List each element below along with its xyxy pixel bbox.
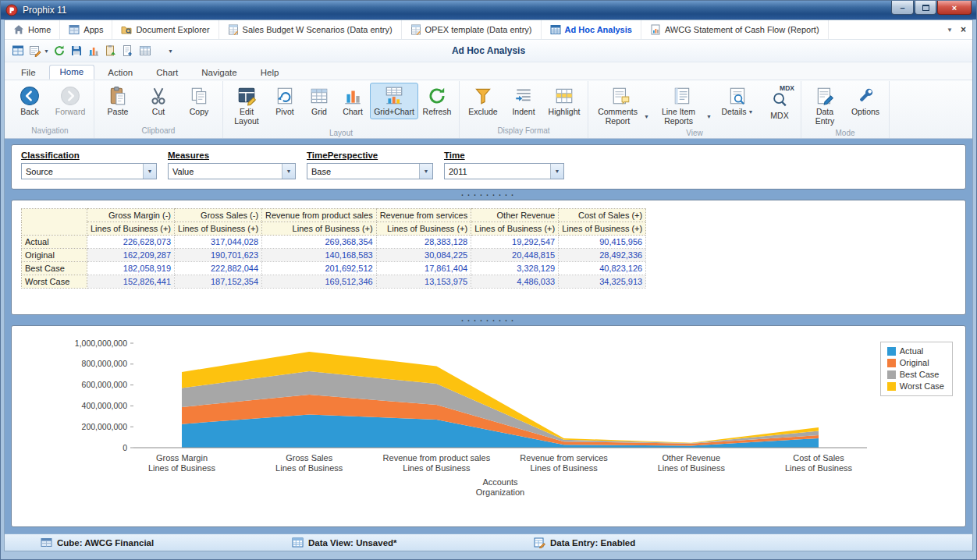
menu-help[interactable]: Help	[250, 66, 290, 80]
tab-overflow-chevron-icon[interactable]: ▼	[947, 27, 953, 34]
grid-value-cell[interactable]: 152,826,441	[87, 275, 175, 289]
cut-button[interactable]: Cut	[138, 83, 179, 119]
qat-publish-icon[interactable]	[104, 44, 118, 58]
grid-chart-button[interactable]: Grid+Chart	[370, 83, 418, 119]
paste-button[interactable]: Paste	[98, 83, 138, 119]
grid-row-header[interactable]: Worst Case	[22, 275, 87, 289]
grid-column-header[interactable]: Gross Sales (-)	[175, 209, 262, 222]
grid-column-subheader[interactable]: Lines of Business (+)	[471, 222, 559, 236]
grid-value-cell[interactable]: 226,628,073	[87, 236, 175, 249]
tab-ad-hoc-analysis[interactable]: Ad Hoc Analysis	[542, 20, 641, 39]
filter-label-timeperspective[interactable]: TimePerspective	[307, 151, 444, 160]
grid-row-header[interactable]: Best Case	[22, 262, 87, 275]
grid-value-cell[interactable]: 30,084,225	[376, 249, 471, 262]
chevron-down-icon[interactable]: ▼	[282, 164, 295, 179]
grid-value-cell[interactable]: 162,209,287	[87, 249, 175, 262]
grid-value-cell[interactable]: 19,292,547	[471, 236, 559, 249]
qat-format-design-icon[interactable]	[28, 44, 42, 58]
grid-value-cell[interactable]: 187,152,354	[175, 275, 262, 289]
edit-layout-button[interactable]: Edit Layout	[226, 83, 267, 129]
grid-value-cell[interactable]: 201,692,512	[262, 262, 377, 275]
details-button[interactable]: Details▼	[713, 83, 762, 119]
time-dropdown[interactable]: 2011 ▼	[444, 163, 564, 179]
grid-column-header[interactable]: Cost of Sales (+)	[559, 209, 646, 222]
qat-save-icon[interactable]	[69, 44, 83, 58]
grid-value-cell[interactable]: 4,486,033	[471, 275, 559, 289]
grid-value-cell[interactable]: 169,512,346	[262, 275, 377, 289]
chevron-down-icon[interactable]: ▼	[550, 164, 563, 179]
mdx-button[interactable]: MDX MDX	[762, 83, 798, 123]
splitter-handle[interactable]: ·········	[11, 190, 966, 200]
grid-column-subheader[interactable]: Lines of Business (+)	[559, 222, 646, 236]
grid-value-cell[interactable]: 28,492,336	[559, 249, 646, 262]
qat-refresh-icon[interactable]	[52, 44, 66, 58]
tab-close-icon[interactable]: ×	[961, 24, 966, 35]
qat-view-layout-icon[interactable]	[11, 44, 25, 58]
pivot-button[interactable]: Pivot	[267, 83, 303, 119]
filter-label-classification[interactable]: Classification	[21, 151, 168, 160]
grid-value-cell[interactable]: 222,882,044	[175, 262, 262, 275]
indent-button[interactable]: Indent	[503, 83, 544, 119]
measures-dropdown[interactable]: Value ▼	[168, 163, 296, 179]
data-entry-button[interactable]: Data Entry	[805, 83, 845, 129]
grid-value-cell[interactable]: 28,383,128	[376, 236, 471, 249]
comments-report-button[interactable]: Comments Report▼	[592, 83, 651, 129]
qat-chart-icon[interactable]	[87, 44, 101, 58]
filter-label-measures[interactable]: Measures	[168, 151, 307, 160]
tab-home[interactable]: Home	[5, 20, 60, 39]
timeperspective-dropdown[interactable]: Base ▼	[307, 163, 433, 179]
qat-table-icon[interactable]	[138, 44, 152, 58]
grid-column-subheader[interactable]: Lines of Business (+)	[376, 222, 471, 236]
exclude-button[interactable]: Exclude	[463, 83, 503, 119]
grid-column-subheader[interactable]: Lines of Business (+)	[175, 222, 262, 236]
menu-action[interactable]: Action	[98, 66, 143, 80]
qat-overflow-icon[interactable]: ▼	[168, 48, 173, 54]
minimize-button[interactable]: –	[891, 1, 914, 15]
tab-awcg-cash-flow[interactable]: AWCG Statement of Cash Flow (Report)	[641, 20, 829, 39]
grid-value-cell[interactable]: 190,701,623	[175, 249, 262, 262]
options-button[interactable]: Options	[845, 83, 886, 119]
grid-column-header[interactable]: Other Revenue	[471, 209, 559, 222]
grid-corner-cell[interactable]	[22, 209, 87, 236]
classification-dropdown[interactable]: Source ▼	[21, 163, 157, 179]
grid-value-cell[interactable]: 317,044,028	[175, 236, 262, 249]
chevron-down-icon[interactable]: ▼	[419, 164, 432, 179]
grid-row-header[interactable]: Original	[22, 249, 87, 262]
line-item-reports-button[interactable]: Line Item Reports▼	[651, 83, 713, 129]
grid-value-cell[interactable]: 13,153,975	[376, 275, 471, 289]
grid-value-cell[interactable]: 90,415,956	[559, 236, 646, 249]
back-button[interactable]: Back	[9, 83, 50, 119]
filter-label-time[interactable]: Time	[444, 151, 575, 160]
chart-button[interactable]: Chart	[336, 83, 370, 119]
grid-column-header[interactable]: Gross Margin (-)	[87, 209, 175, 222]
grid-row-header[interactable]: Actual	[22, 236, 87, 249]
grid-value-cell[interactable]: 17,861,404	[376, 262, 471, 275]
qat-format-dropdown-icon[interactable]: ▼	[44, 48, 49, 54]
grid-button[interactable]: Grid	[303, 83, 336, 119]
menu-navigate[interactable]: Navigate	[191, 66, 247, 80]
grid-value-cell[interactable]: 34,325,913	[559, 275, 646, 289]
grid-value-cell[interactable]: 269,368,354	[262, 236, 377, 249]
forward-button[interactable]: Forward	[50, 83, 91, 119]
menu-home[interactable]: Home	[49, 65, 95, 80]
grid-column-header[interactable]: Revenue from services	[376, 209, 471, 222]
tab-apps[interactable]: Apps	[60, 20, 112, 39]
close-button[interactable]: ×	[937, 1, 972, 15]
grid-value-cell[interactable]: 182,058,919	[87, 262, 175, 275]
menu-file[interactable]: File	[11, 66, 46, 80]
refresh-button[interactable]: Refresh	[418, 83, 456, 119]
grid-column-subheader[interactable]: Lines of Business (+)	[87, 222, 175, 236]
grid-value-cell[interactable]: 140,168,583	[262, 249, 377, 262]
qat-export-icon[interactable]	[121, 44, 135, 58]
highlight-button[interactable]: Highlight	[544, 83, 584, 119]
menu-chart[interactable]: Chart	[146, 66, 188, 80]
tab-opex-template[interactable]: OPEX template (Data entry)	[402, 20, 542, 39]
tab-sales-budget[interactable]: Sales Budget W Scenarios (Data entry)	[219, 20, 402, 39]
grid-value-cell[interactable]: 40,823,126	[559, 262, 646, 275]
splitter-handle[interactable]: ·········	[11, 315, 966, 325]
grid-value-cell[interactable]: 3,328,129	[471, 262, 559, 275]
tab-document-explorer[interactable]: Document Explorer	[112, 20, 218, 39]
chevron-down-icon[interactable]: ▼	[143, 164, 156, 179]
grid-value-cell[interactable]: 20,448,815	[471, 249, 559, 262]
grid-column-header[interactable]: Revenue from product sales	[262, 209, 377, 222]
